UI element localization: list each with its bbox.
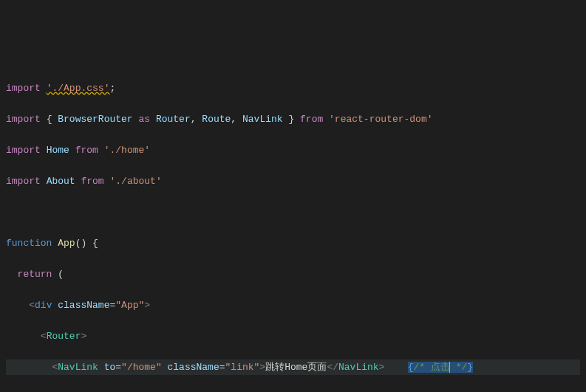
code-line: import { BrowserRouter as Router, Route,…	[6, 111, 580, 127]
code-line: import About from './about'	[6, 173, 580, 189]
code-line-active: <NavLink to="/home" className="link">跳转H…	[6, 360, 580, 375]
code-line: <Router>	[6, 329, 580, 344]
code-line: import './App.css';	[6, 80, 580, 96]
code-editor[interactable]: import './App.css'; import { BrowserRout…	[6, 65, 580, 392]
code-line: import Home from './home'	[6, 142, 580, 158]
code-line: function App() {	[6, 235, 580, 251]
blank-line	[6, 204, 580, 220]
code-line: return (	[6, 267, 580, 282]
code-line: <div className="App">	[6, 298, 580, 313]
